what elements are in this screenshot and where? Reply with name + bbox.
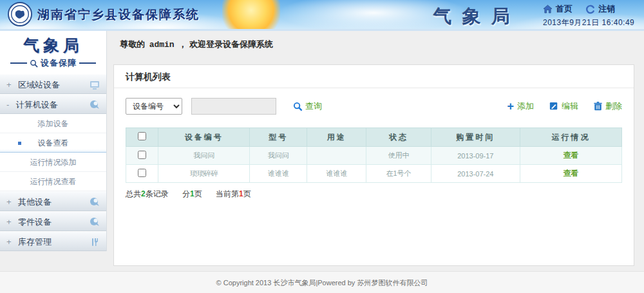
device-table: 设备编号 型号 用途 状态 购置时间 运行情况 我问问 我问问 使用中 2013… (126, 128, 622, 183)
table-header-row: 设备编号 型号 用途 状态 购置时间 运行情况 (126, 128, 622, 147)
search-badge-icon (30, 59, 38, 68)
chat-bubble-icon (90, 100, 100, 110)
logout-link[interactable]: 注销 (598, 3, 615, 15)
copyright-text: © Copyright 2013 长沙市气象局|Powered by 苏州梦图软… (216, 279, 428, 287)
submenu-item-label: 运行情况查看 (30, 177, 77, 186)
toolbar: 设备编号 查询 + 添加 编辑 (114, 88, 634, 122)
submenu-item-label: 设备查看 (38, 138, 69, 147)
cell-model: 谁谁谁 (250, 165, 307, 183)
current-time: 16:40:49 (602, 18, 635, 27)
pagination-total-prefix: 总共 (126, 189, 141, 198)
sidebar-logo-subtitle: 设备保障 (41, 57, 77, 69)
logged-in-username: admin (147, 40, 176, 50)
col-header-run-status: 运行情况 (520, 128, 622, 147)
query-button-label: 查询 (305, 100, 322, 112)
welcome-suffix: ， 欢迎登录设备保障系统 (178, 39, 273, 49)
add-button-label: 添加 (517, 100, 534, 112)
col-header-device-no: 设备编号 (158, 128, 250, 147)
row-checkbox[interactable] (138, 169, 146, 177)
monitor-icon (90, 80, 100, 90)
system-title: 湖南省宁乡县设备保障系统 (37, 6, 200, 23)
sidebar-item-parts-devices[interactable]: + 零件设备 (0, 211, 106, 231)
panel-title: 计算机列表 (114, 65, 634, 88)
table-row: 我问问 我问问 使用中 2013-09-17 查看 (126, 147, 622, 165)
add-button[interactable]: + 添加 (507, 100, 534, 112)
select-all-checkbox[interactable] (138, 132, 146, 140)
filter-field-select[interactable]: 设备编号 (126, 98, 182, 115)
cell-status: 在1号个 (366, 165, 431, 183)
active-bullet-icon (18, 142, 21, 145)
welcome-prefix: 尊敬的 (120, 39, 145, 49)
edit-button-label: 编辑 (562, 100, 578, 112)
sidebar-logo-title: 气象局 (0, 35, 106, 56)
logo-rule-right (79, 62, 96, 64)
pagination-pages-suffix: 页 (194, 189, 202, 198)
search-input[interactable] (191, 98, 276, 115)
current-datetime: 2013年9月21日 16:40:49 (543, 17, 634, 28)
cell-device-no: 琐琐碎碎 (158, 165, 250, 183)
sidebar: 气象局 设备保障 + 区域站设备 - 计算机设备 添加设 (0, 31, 107, 251)
cell-usage (307, 147, 366, 165)
expand-plus-indicator: + (6, 237, 12, 247)
submenu-item-add-run-status[interactable]: 运行情况添加 (0, 153, 106, 172)
pagination-pages-prefix: 分 (182, 189, 190, 198)
cell-purchase-date: 2013-07-24 (431, 165, 520, 183)
footer: © Copyright 2013 长沙市气象局|Powered by 苏州梦图软… (0, 271, 644, 293)
expand-plus-indicator: + (6, 217, 12, 227)
view-run-status-link[interactable]: 查看 (564, 169, 579, 178)
sidebar-item-label: 其他设备 (18, 197, 52, 207)
sidebar-item-label: 零件设备 (18, 217, 52, 227)
home-icon (543, 5, 553, 14)
submenu-item-add-device[interactable]: 添加设备 (0, 114, 106, 133)
delete-button[interactable]: 删除 (594, 100, 622, 112)
edit-icon (549, 102, 558, 111)
plus-icon: + (507, 101, 514, 111)
sidebar-item-other-devices[interactable]: + 其他设备 (0, 191, 106, 211)
cell-model: 我问问 (250, 147, 307, 165)
welcome-message: 尊敬的 admin ， 欢迎登录设备保障系统 (120, 39, 273, 50)
expand-plus-indicator: + (6, 197, 12, 207)
cell-purchase-date: 2013-09-17 (431, 147, 520, 165)
delete-button-label: 删除 (605, 100, 622, 112)
query-button[interactable]: 查询 (293, 100, 322, 112)
cell-status: 使用中 (366, 147, 431, 165)
edit-button[interactable]: 编辑 (549, 100, 578, 112)
sidebar-item-label: 区域站设备 (18, 80, 60, 90)
logo-rule-left (10, 62, 27, 64)
pagination-current-page: 1 (239, 189, 243, 198)
submenu-item-view-run-status[interactable]: 运行情况查看 (0, 172, 106, 191)
expand-plus-indicator: + (6, 80, 12, 90)
submenu-item-label: 添加设备 (38, 119, 69, 128)
pagination-total-count: 2 (141, 189, 146, 198)
col-header-purchase-date: 购置时间 (431, 128, 520, 147)
col-header-model: 型号 (250, 128, 307, 147)
table-row: 琐琐碎碎 谁谁谁 谁谁谁 在1号个 2013-07-24 查看 (126, 165, 622, 183)
trash-icon (594, 102, 602, 111)
computer-devices-submenu: 添加设备 设备查看 运行情况添加 运行情况查看 (0, 114, 106, 191)
submenu-item-view-devices[interactable]: 设备查看 (0, 133, 106, 153)
row-checkbox[interactable] (138, 151, 146, 159)
sun-decoration (222, 0, 280, 29)
tools-icon (90, 237, 100, 247)
search-icon (293, 102, 303, 111)
sidebar-item-computer-devices[interactable]: - 计算机设备 (0, 94, 106, 114)
pagination: 总共2条记录 分1页 当前第1页 (126, 189, 622, 200)
bureau-brand-title: 气象局 (422, 4, 531, 29)
pagination-pages-count: 1 (190, 189, 194, 198)
agency-logo-icon (8, 2, 32, 26)
view-run-status-link[interactable]: 查看 (564, 151, 579, 160)
submenu-item-label: 运行情况添加 (30, 158, 77, 167)
current-date: 2013年9月21日 (543, 18, 600, 27)
sidebar-logo: 气象局 设备保障 (0, 31, 106, 74)
home-link[interactable]: 首页 (556, 3, 573, 15)
sidebar-item-region-station-devices[interactable]: + 区域站设备 (0, 74, 106, 94)
logout-icon (585, 5, 595, 14)
cell-usage: 谁谁谁 (307, 165, 366, 183)
col-header-status: 状态 (366, 128, 431, 147)
sidebar-item-label: 计算机设备 (16, 100, 58, 109)
computer-list-panel: 计算机列表 设备编号 查询 + 添加 编辑 (113, 64, 634, 266)
sidebar-item-inventory-management[interactable]: + 库存管理 (0, 231, 106, 251)
pagination-current-suffix: 页 (243, 189, 251, 198)
col-header-usage: 用途 (307, 128, 366, 147)
collapse-minus-indicator: - (6, 100, 9, 109)
